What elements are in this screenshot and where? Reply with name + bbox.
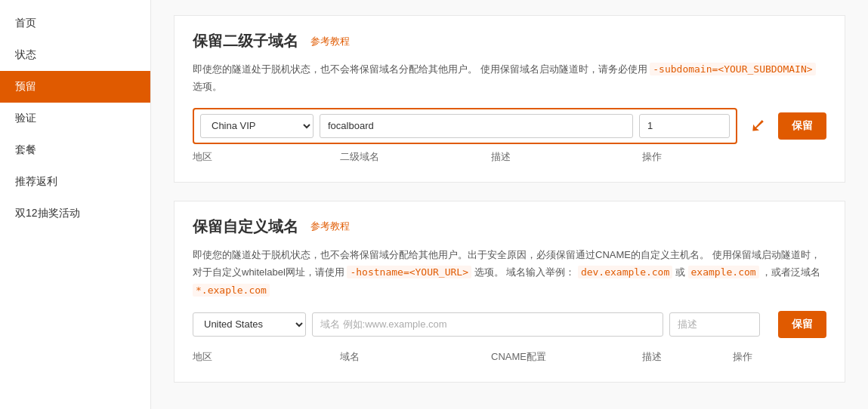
sidebar: 首页 状态 预留 验证 套餐 推荐返利 双12抽奖活动 — [0, 0, 151, 409]
sidebar-item-reserve[interactable]: 预留 — [0, 71, 150, 103]
subdomain-table-header: 地区 二级域名 描述 操作 — [193, 147, 826, 167]
subdomain-title: 保留二级子域名 — [193, 31, 298, 51]
subdomain-save-button[interactable]: 保留 — [778, 112, 826, 140]
subdomain-desc-text1: 即使您的隧道处于脱机状态，也不会将保留域名分配给其他用户。 使用保留域名启动隧道… — [193, 63, 647, 75]
custom-domain-code2: dev.example.com — [578, 266, 672, 278]
th2-op: 操作 — [733, 350, 826, 364]
custom-domain-region-select[interactable]: United States China VIP Europe — [193, 312, 306, 337]
arrow-container: ➘ 保留 — [749, 112, 826, 140]
custom-domain-code4: *.exaple.com — [193, 284, 270, 297]
sidebar-item-verify[interactable]: 验证 — [0, 103, 150, 134]
subdomain-desc-suffix: 选项。 — [193, 81, 222, 92]
th-region: 地区 — [193, 150, 340, 164]
subdomain-region-select[interactable]: China VIP United States Europe — [200, 114, 314, 138]
custom-domain-input[interactable] — [312, 312, 663, 337]
sidebar-item-activity[interactable]: 双12抽奖活动 — [0, 198, 150, 229]
subdomain-form-area: China VIP United States Europe ➘ 保留 — [193, 108, 826, 144]
subdomain-form-bordered: China VIP United States Europe — [193, 108, 737, 144]
subdomain-desc-code: -subdomain=<YOUR_SUBDOMAIN> — [650, 63, 815, 75]
custom-domain-save-button[interactable]: 保留 — [778, 311, 826, 338]
custom-domain-title: 保留自定义域名 — [193, 217, 298, 237]
sidebar-item-home[interactable]: 首页 — [0, 8, 150, 39]
custom-domain-header: 保留自定义域名 参考教程 — [193, 217, 826, 237]
sidebar-item-referral[interactable]: 推荐返利 — [0, 166, 150, 198]
custom-domain-table-header: 地区 域名 CNAME配置 描述 操作 — [193, 347, 826, 367]
subdomain-section: 保留二级子域名 参考教程 即使您的隧道处于脱机状态，也不会将保留域名分配给其他用… — [174, 15, 845, 183]
th2-region: 地区 — [193, 350, 340, 364]
app-layout: 首页 状态 预留 验证 套餐 推荐返利 双12抽奖活动 保留二级子域名 参考教程… — [0, 0, 868, 409]
main-content: 保留二级子域名 参考教程 即使您的隧道处于脱机状态，也不会将保留域名分配给其他用… — [151, 0, 868, 409]
sidebar-item-plan[interactable]: 套餐 — [0, 134, 150, 166]
arrow-icon: ➘ — [749, 114, 766, 137]
th2-cname: CNAME配置 — [491, 350, 642, 364]
subdomain-ref-link[interactable]: 参考教程 — [310, 35, 350, 48]
th-desc: 描述 — [491, 150, 642, 164]
custom-domain-desc4: ，或者泛域名 — [761, 266, 820, 278]
custom-domain-desc3: 或 — [675, 266, 685, 278]
custom-domain-ref-link[interactable]: 参考教程 — [310, 220, 350, 233]
custom-domain-desc: 即使您的隧道处于脱机状态，也不会将保留域分配给其他用户。出于安全原因，必须保留通… — [193, 246, 826, 299]
custom-domain-section: 保留自定义域名 参考教程 即使您的隧道处于脱机状态，也不会将保留域分配给其他用户… — [174, 201, 845, 383]
custom-domain-code3: example.com — [688, 266, 759, 278]
subdomain-input[interactable] — [320, 114, 633, 138]
subdomain-desc: 即使您的隧道处于脱机状态，也不会将保留域名分配给其他用户。 使用保留域名启动隧道… — [193, 60, 826, 96]
custom-domain-desc-input[interactable] — [669, 312, 760, 337]
sidebar-item-status[interactable]: 状态 — [0, 39, 150, 71]
th2-desc: 描述 — [642, 350, 733, 364]
custom-domain-code1: -hostname=<YOUR_URL> — [347, 266, 471, 278]
th2-domain: 域名 — [340, 350, 491, 364]
th-subdomain: 二级域名 — [340, 150, 491, 164]
subdomain-section-header: 保留二级子域名 参考教程 — [193, 31, 826, 51]
subdomain-desc-input[interactable] — [639, 114, 730, 138]
custom-domain-desc2: 选项。 域名输入举例： — [474, 266, 576, 278]
th-op: 操作 — [642, 150, 826, 164]
custom-domain-form-area: United States China VIP Europe 保留 — [193, 311, 826, 338]
